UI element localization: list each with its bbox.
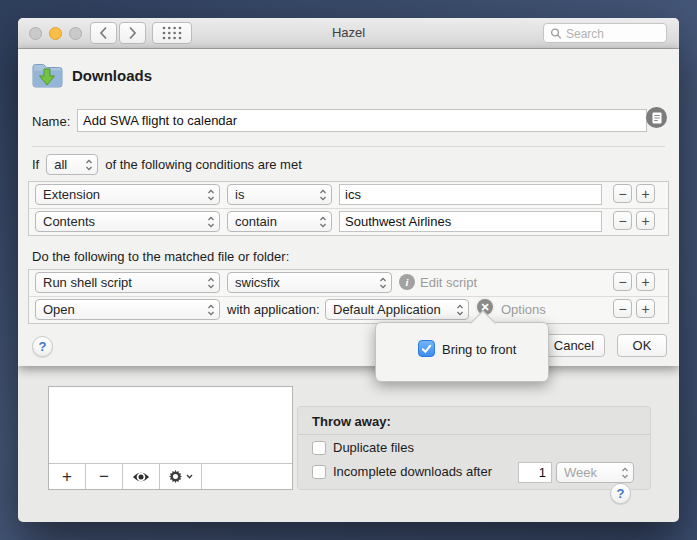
condition-attribute-popup[interactable]: Contents [35,211,220,232]
folder-name: Downloads [72,67,152,84]
minus-icon: − [618,275,626,289]
duplicate-files-checkbox[interactable] [312,441,326,455]
ok-button[interactable]: OK [617,334,667,357]
match-type-popup[interactable]: all [46,154,98,175]
info-icon: i [405,276,408,288]
popup-stepper-icon [319,188,327,202]
action-type-value: Open [43,302,207,317]
incomplete-downloads-label: Incomplete downloads after [333,464,492,479]
if-suffix: of the following conditions are met [105,157,302,172]
panel-divider [298,434,650,435]
minus-icon: − [618,302,626,316]
plus-icon: + [641,275,649,289]
plus-icon: + [641,302,649,316]
condition-value-field[interactable] [339,184,602,205]
add-condition-button[interactable]: + [636,184,655,203]
search-input[interactable] [564,24,666,44]
remove-condition-button[interactable]: − [613,211,632,230]
minus-icon: − [99,467,109,487]
condition-row: Contents contain − + [29,208,668,235]
condition-attribute-value: Extension [43,187,207,202]
condition-attribute-popup[interactable]: Extension [35,184,220,205]
throw-away-panel: Throw away: Duplicate files Incomplete d… [297,406,651,490]
plus-icon: + [641,187,649,201]
eye-icon [132,471,150,483]
ok-label: OK [633,338,652,353]
action-type-popup[interactable]: Run shell script [35,272,220,293]
rule-actions-menu-button[interactable] [160,464,202,489]
remove-condition-button[interactable]: − [613,184,632,203]
add-rule-button[interactable]: + [49,464,86,489]
search-icon [550,27,562,40]
popup-stepper-icon [207,188,215,202]
edit-script-info-button[interactable]: i [399,274,415,290]
script-select-value: swicsfix [235,275,379,290]
popup-stepper-icon [207,215,215,229]
remove-action-button[interactable]: − [613,272,632,291]
condition-attribute-value: Contents [43,214,207,229]
bring-to-front-label: Bring to front [442,342,516,357]
edit-script-label: Edit script [420,275,477,290]
search-field[interactable] [543,23,667,43]
with-application-label: with application: [227,302,320,317]
help-icon: ? [617,486,625,501]
action-type-value: Run shell script [43,275,207,290]
remove-action-button[interactable]: − [613,299,632,318]
rule-editor-sheet: Downloads Name: If all of the following … [18,49,679,366]
name-label: Name: [32,114,70,129]
rule-notes-button[interactable] [646,107,667,128]
popup-stepper-icon [456,303,464,317]
gear-icon [168,469,183,484]
section-divider [32,146,665,147]
script-select-popup[interactable]: swicsfix [227,272,392,293]
plus-icon: + [641,214,649,228]
rules-list-toolbar: + − [49,463,292,489]
application-popup[interactable]: Default Application [325,299,469,320]
incomplete-downloads-row: Incomplete downloads after [312,464,492,479]
after-value-field[interactable] [518,462,552,483]
minus-icon: − [618,187,626,201]
plus-icon: + [62,467,72,487]
help-button-sheet[interactable]: ? [32,336,53,357]
after-unit-popup[interactable]: Week [556,462,634,483]
actions-section-label: Do the following to the matched file or … [32,249,289,264]
condition-operator-value: contain [235,214,319,229]
duplicate-files-row: Duplicate files [312,440,414,455]
remove-rule-button[interactable]: − [86,464,123,489]
incomplete-downloads-checkbox[interactable] [312,465,326,479]
bring-to-front-checkbox[interactable] [418,340,435,357]
popup-stepper-icon [379,276,387,290]
conditions-box: Extension is − + Contents contain [28,181,669,236]
downloads-folder-icon [31,60,63,90]
action-row: Open with application: Default Applicati… [29,296,668,323]
help-button-main[interactable]: ? [610,483,631,504]
rules-list[interactable]: + − [48,386,293,490]
condition-operator-popup[interactable]: is [227,184,332,205]
if-prefix: If [32,157,39,172]
title-bar: Hazel [18,18,679,49]
checkmark-icon [421,344,432,354]
add-condition-button[interactable]: + [636,211,655,230]
rule-name-field[interactable] [77,109,647,132]
help-icon: ? [39,339,47,354]
add-action-button[interactable]: + [636,272,655,291]
duplicate-files-label: Duplicate files [333,440,414,455]
action-type-popup[interactable]: Open [35,299,220,320]
cancel-label: Cancel [554,338,594,353]
cancel-button[interactable]: Cancel [543,334,605,357]
throw-away-title: Throw away: [312,414,391,429]
minus-icon: − [618,214,626,228]
condition-operator-popup[interactable]: contain [227,211,332,232]
condition-value-field[interactable] [339,211,602,232]
match-condition-row: If all of the following conditions are m… [32,154,302,175]
popup-stepper-icon [207,276,215,290]
add-action-button[interactable]: + [636,299,655,318]
chevron-down-icon [186,474,193,479]
preview-rule-button[interactable] [123,464,160,489]
condition-operator-value: is [235,187,319,202]
main-content-behind-sheet: + − Throw away: Duplicate files Incom [18,366,679,522]
options-popover: Bring to front [375,322,549,382]
popup-stepper-icon [319,215,327,229]
actions-box: Run shell script swicsfix i Edit script … [28,269,669,324]
popup-stepper-icon [85,158,93,172]
